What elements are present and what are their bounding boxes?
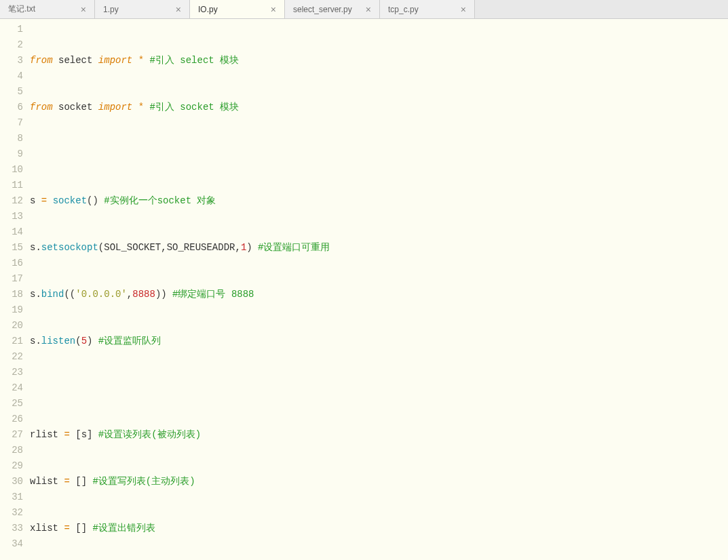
code-line: s.listen(5) #设置监听队列 bbox=[30, 334, 728, 349]
line-number: 11 bbox=[0, 178, 23, 193]
tab-notes[interactable]: 笔记.txt × bbox=[0, 0, 95, 18]
line-number: 9 bbox=[0, 146, 23, 162]
line-number: 26 bbox=[0, 412, 23, 427]
code-line: wlist = [] #设置写列表(主动列表) bbox=[30, 474, 728, 489]
line-number: 18 bbox=[0, 287, 23, 302]
line-number: 34 bbox=[0, 536, 23, 552]
tab-label: 1.py bbox=[103, 5, 119, 14]
line-number: 17 bbox=[0, 271, 23, 287]
tab-bar: 笔记.txt × 1.py × IO.py × select_server.py… bbox=[0, 0, 728, 19]
close-icon[interactable]: × bbox=[355, 4, 371, 15]
line-gutter: 1234567891011121314151617181920212223242… bbox=[0, 19, 30, 560]
line-number: 21 bbox=[0, 334, 23, 349]
line-number: 13 bbox=[0, 209, 23, 224]
line-number: 5 bbox=[0, 84, 23, 100]
line-number: 16 bbox=[0, 256, 23, 271]
editor: 1234567891011121314151617181920212223242… bbox=[0, 19, 728, 560]
line-number: 2 bbox=[0, 37, 23, 53]
line-number: 24 bbox=[0, 380, 23, 396]
close-icon[interactable]: × bbox=[70, 4, 86, 15]
line-number: 32 bbox=[0, 505, 23, 521]
line-number: 10 bbox=[0, 162, 23, 178]
code-line: s.setsockopt(SOL_SOCKET,SO_REUSEADDR,1) … bbox=[30, 240, 728, 256]
code-line: s.bind(('0.0.0.0',8888)) #绑定端口号 8888 bbox=[30, 287, 728, 302]
line-number: 14 bbox=[0, 224, 23, 240]
tab-1py[interactable]: 1.py × bbox=[95, 0, 190, 18]
code-area[interactable]: from select import * #引入 select 模块 from … bbox=[30, 19, 728, 560]
tab-label: tcp_c.py bbox=[388, 5, 419, 14]
tab-tcp-c[interactable]: tcp_c.py × bbox=[380, 0, 475, 18]
tab-select-server[interactable]: select_server.py × bbox=[285, 0, 380, 18]
code-line bbox=[30, 380, 728, 396]
code-line: xlist = [] #设置出错列表 bbox=[30, 521, 728, 536]
line-number: 33 bbox=[0, 521, 23, 536]
tab-io-py[interactable]: IO.py × bbox=[190, 0, 285, 18]
line-number: 15 bbox=[0, 240, 23, 256]
line-number: 3 bbox=[0, 53, 23, 68]
line-number: 25 bbox=[0, 396, 23, 412]
tab-label: 笔记.txt bbox=[8, 3, 35, 15]
tab-label: IO.py bbox=[198, 5, 218, 14]
line-number: 23 bbox=[0, 365, 23, 380]
code-line: s = socket() #实例化一个socket 对象 bbox=[30, 193, 728, 209]
line-number: 4 bbox=[0, 68, 23, 84]
tab-label: select_server.py bbox=[293, 5, 352, 14]
line-number: 22 bbox=[0, 349, 23, 365]
line-number: 7 bbox=[0, 115, 23, 131]
close-icon[interactable]: × bbox=[165, 4, 181, 15]
line-number: 6 bbox=[0, 100, 23, 115]
line-number: 28 bbox=[0, 443, 23, 458]
code-line bbox=[30, 146, 728, 162]
line-number: 8 bbox=[0, 131, 23, 146]
line-number: 1 bbox=[0, 22, 23, 37]
line-number: 19 bbox=[0, 302, 23, 318]
code-line: rlist = [s] #设置读列表(被动列表) bbox=[30, 427, 728, 443]
line-number: 12 bbox=[0, 193, 23, 209]
line-number: 20 bbox=[0, 318, 23, 334]
line-number: 31 bbox=[0, 489, 23, 505]
line-number: 29 bbox=[0, 458, 23, 474]
code-line: from select import * #引入 select 模块 bbox=[30, 53, 728, 68]
close-icon[interactable]: × bbox=[260, 4, 276, 15]
close-icon[interactable]: × bbox=[450, 4, 466, 15]
line-number: 30 bbox=[0, 474, 23, 489]
code-line: from socket import * #引入 socket 模块 bbox=[30, 100, 728, 115]
line-number: 27 bbox=[0, 427, 23, 443]
